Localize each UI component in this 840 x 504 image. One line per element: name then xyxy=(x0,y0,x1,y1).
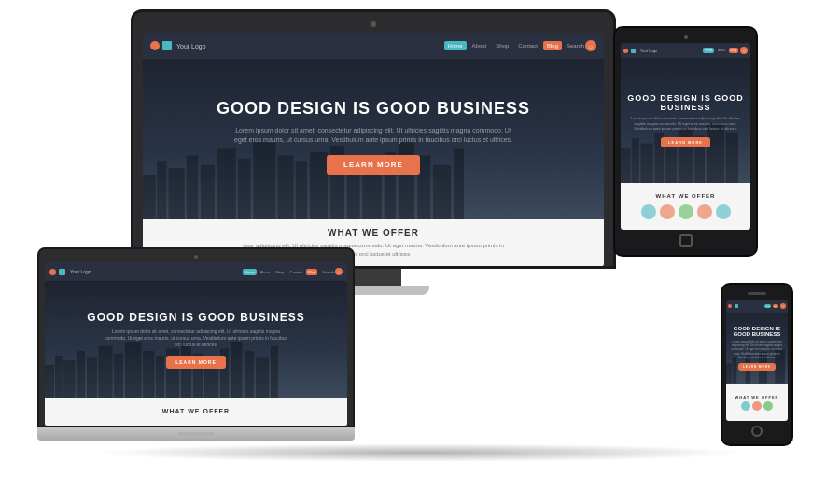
nav-shop[interactable]: Shop xyxy=(492,41,512,50)
phone-hero-title: GOOD DESIGN IS GOOD BUSINESS xyxy=(726,326,788,337)
monitor-learn-more-button[interactable]: LEARN MORE xyxy=(327,155,420,175)
nav-about[interactable]: About xyxy=(469,41,491,50)
phone-logo xyxy=(728,304,738,308)
tablet-hero: GOOD DESIGN IS GOOD BUSINESS Lorem ipsum… xyxy=(621,58,750,183)
svg-rect-24 xyxy=(99,346,113,398)
search-icon[interactable]: ⌕ xyxy=(585,40,596,51)
phone-website: Home Blog ⌕ xyxy=(726,300,788,421)
laptop-logo: Your Logo xyxy=(49,269,91,275)
phone-offer: WHAT WE OFFER xyxy=(726,384,788,421)
svg-rect-5 xyxy=(217,148,236,219)
tablet-website: Your Logo Home About Blog ⌕ xyxy=(621,43,750,230)
monitor-offer-title: WHAT WE OFFER xyxy=(328,228,419,238)
tablet-nav-blog[interactable]: Blog xyxy=(729,48,738,53)
svg-rect-10 xyxy=(310,152,328,219)
phone-logo-teal xyxy=(735,304,738,308)
tablet-screen: Your Logo Home About Blog ⌕ xyxy=(621,43,750,230)
laptop-logo-orange xyxy=(49,269,56,275)
tablet-home-button[interactable] xyxy=(679,234,693,247)
phone-icon-2 xyxy=(752,401,762,411)
svg-rect-13 xyxy=(362,168,382,219)
tablet-logo: Your Logo xyxy=(623,49,657,53)
phone-speaker xyxy=(748,292,766,295)
monitor-nav: Your Logo Home About Shop Contact Blog S… xyxy=(143,33,604,59)
svg-rect-26 xyxy=(125,342,142,398)
svg-rect-19 xyxy=(45,365,54,398)
laptop-nav-about[interactable]: About xyxy=(259,269,272,275)
tablet-learn-more-button[interactable]: LEARN MORE xyxy=(661,137,710,147)
svg-rect-9 xyxy=(296,161,307,219)
phone-hero-subtitle: Lorem ipsum dolor sit amet, consectetur … xyxy=(729,340,785,359)
laptop-device: Your Logo Home About Shop Contact Blog S… xyxy=(37,247,355,441)
offer-icon-4 xyxy=(697,204,712,219)
svg-rect-35 xyxy=(245,351,254,398)
laptop-camera xyxy=(194,255,198,259)
laptop-screen: Your Logo Home About Shop Contact Blog S… xyxy=(45,262,347,426)
svg-rect-3 xyxy=(187,155,198,219)
laptop-nav-shop[interactable]: Shop xyxy=(273,269,286,275)
phone-nav-links: Home Blog ⌕ xyxy=(764,303,786,309)
svg-rect-40 xyxy=(640,143,652,183)
laptop-nav-blog[interactable]: Blog xyxy=(306,269,317,275)
svg-rect-0 xyxy=(143,175,156,219)
device-shadow xyxy=(93,443,747,462)
svg-rect-21 xyxy=(63,360,76,398)
phone-nav-home[interactable]: Home xyxy=(764,304,771,308)
offer-icon-1 xyxy=(641,204,656,219)
tablet-hero-title: GOOD DESIGN IS GOOD BUSINESS xyxy=(621,93,750,112)
nav-contact[interactable]: Contact xyxy=(514,41,541,50)
laptop-hero-subtitle: Lorem ipsum dolor sit amet, consectetur … xyxy=(103,329,289,348)
nav-blog[interactable]: Blog xyxy=(543,41,562,50)
offer-icon-5 xyxy=(716,204,731,219)
monitor-hero-title: GOOD DESIGN IS GOOD BUSINESS xyxy=(217,99,530,119)
svg-rect-27 xyxy=(143,351,155,398)
svg-rect-43 xyxy=(679,128,693,183)
phone-screen: Home Blog ⌕ xyxy=(726,300,788,421)
laptop-nav-contact[interactable]: Contact xyxy=(288,269,305,275)
phone-learn-more-button[interactable]: LEARN MORE xyxy=(738,363,776,371)
tablet-frame: Your Logo Home About Blog ⌕ xyxy=(613,26,758,257)
monitor-logo: Your Logo xyxy=(150,41,206,50)
tablet-nav-home[interactable]: Home xyxy=(703,48,714,53)
svg-rect-46 xyxy=(726,133,738,183)
tablet-nav-about[interactable]: About xyxy=(716,48,727,53)
monitor-screen: Your Logo Home About Shop Contact Blog S… xyxy=(143,33,604,266)
svg-rect-2 xyxy=(169,168,185,219)
laptop-search-icon[interactable]: ⌕ xyxy=(335,268,343,275)
phone-home-button[interactable] xyxy=(751,426,763,437)
laptop-website: Your Logo Home About Shop Contact Blog S… xyxy=(45,262,347,426)
tablet-nav: Your Logo Home About Blog ⌕ xyxy=(621,43,750,58)
laptop-hero: GOOD DESIGN IS GOOD BUSINESS Lorem ipsum… xyxy=(45,281,347,398)
logo-icon-orange xyxy=(150,41,160,50)
svg-rect-25 xyxy=(114,354,123,399)
laptop-search-text: Search xyxy=(322,270,334,274)
tablet-search-icon[interactable]: ⌕ xyxy=(740,47,748,54)
laptop-nav: Your Logo Home About Shop Contact Blog S… xyxy=(45,262,347,281)
nav-home[interactable]: Home xyxy=(444,41,467,50)
monitor-website: Your Logo Home About Shop Contact Blog S… xyxy=(143,33,604,266)
svg-rect-22 xyxy=(77,351,85,398)
monitor-frame: Your Logo Home About Shop Contact Blog S… xyxy=(131,9,616,269)
tablet-logo-text: Your Logo xyxy=(640,49,657,53)
laptop-nav-home[interactable]: Home xyxy=(243,269,257,275)
tablet-camera xyxy=(684,35,688,39)
svg-rect-17 xyxy=(433,165,451,219)
laptop-learn-more-button[interactable]: LEARN MORE xyxy=(166,356,226,369)
tablet-hero-subtitle: Lorem ipsum dolor sit amet, consectetur … xyxy=(630,116,742,132)
logo-text: Your Logo xyxy=(176,43,206,49)
svg-rect-20 xyxy=(55,356,63,398)
phone-search-icon[interactable]: ⌕ xyxy=(780,303,786,309)
offer-icon-2 xyxy=(660,204,675,219)
svg-rect-6 xyxy=(238,159,251,219)
phone-hero: GOOD DESIGN IS GOOD BUSINESS Lorem ipsum… xyxy=(726,313,788,384)
phone-nav-blog[interactable]: Blog xyxy=(773,304,778,308)
svg-rect-18 xyxy=(454,148,464,219)
tablet-device: Your Logo Home About Blog ⌕ xyxy=(613,26,758,257)
svg-rect-7 xyxy=(253,142,275,219)
phone-nav: Home Blog ⌕ xyxy=(726,300,788,313)
svg-rect-4 xyxy=(201,165,215,219)
svg-rect-45 xyxy=(707,123,724,183)
svg-rect-1 xyxy=(157,161,166,219)
tablet-nav-links: Home About Blog ⌕ xyxy=(703,47,748,54)
tablet-logo-teal xyxy=(631,49,636,53)
